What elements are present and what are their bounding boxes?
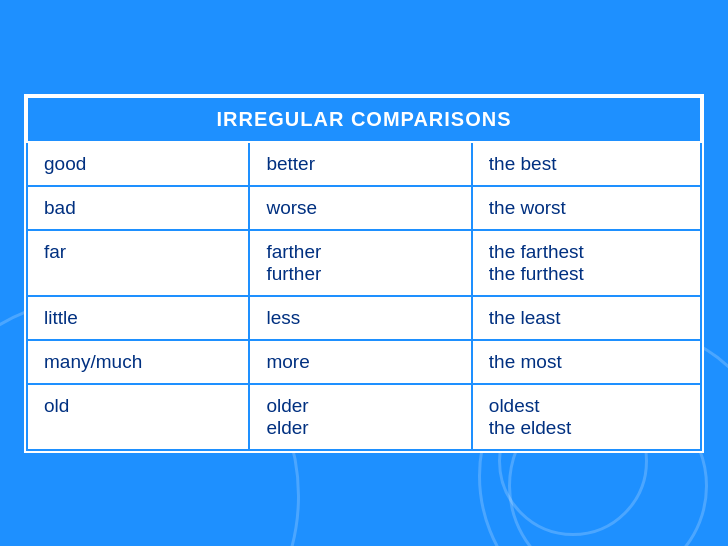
row-4-comparative: more [249, 340, 471, 384]
row-1-base: bad [27, 186, 249, 230]
row-3-comparative: less [249, 296, 471, 340]
comparisons-table: IRREGULAR COMPARISONS goodbetterthe best… [26, 96, 702, 451]
row-4-superlative: the most [472, 340, 701, 384]
row-5-comparative: olderelder [249, 384, 471, 450]
row-2-comparative: fartherfurther [249, 230, 471, 296]
row-1-superlative: the worst [472, 186, 701, 230]
table-title: IRREGULAR COMPARISONS [27, 97, 701, 142]
row-5-base: old [27, 384, 249, 450]
table-container: IRREGULAR COMPARISONS goodbetterthe best… [24, 94, 704, 453]
row-3-base: little [27, 296, 249, 340]
row-2-superlative: the farthestthe furthest [472, 230, 701, 296]
row-0-superlative: the best [472, 142, 701, 186]
row-0-base: good [27, 142, 249, 186]
row-1-comparative: worse [249, 186, 471, 230]
row-2-base: far [27, 230, 249, 296]
row-0-comparative: better [249, 142, 471, 186]
row-3-superlative: the least [472, 296, 701, 340]
row-5-superlative: oldestthe eldest [472, 384, 701, 450]
row-4-base: many/much [27, 340, 249, 384]
